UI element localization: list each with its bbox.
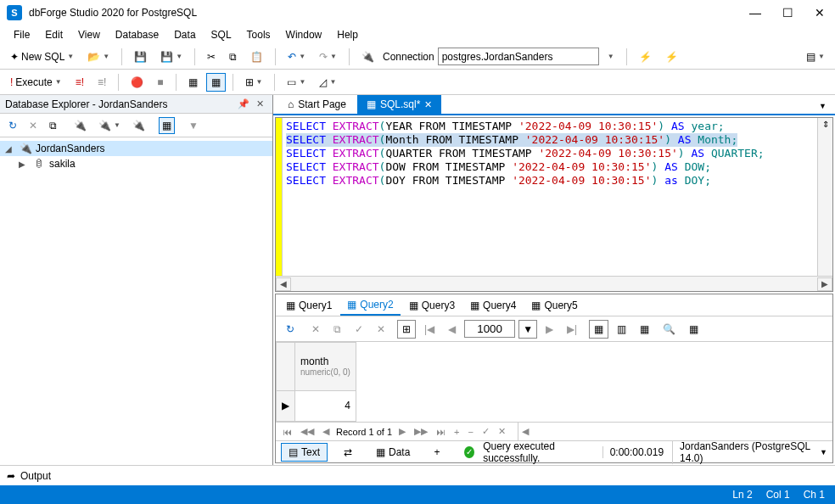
tab-start-page[interactable]: ⌂ Start Page xyxy=(278,95,356,114)
open-button[interactable]: 📂▼ xyxy=(82,48,115,66)
plug2-button[interactable]: 🔌▼ xyxy=(95,117,124,134)
tabs-dropdown[interactable]: ▼ xyxy=(815,98,830,114)
save-all-button[interactable]: 💾▼ xyxy=(155,48,188,66)
refresh-button[interactable]: ↻ xyxy=(5,117,20,134)
menu-help[interactable]: Help xyxy=(330,27,365,42)
nav-last[interactable]: ⏭ xyxy=(434,427,447,437)
nav-next[interactable]: ▶ xyxy=(397,426,407,437)
col-header[interactable]: month numeric(0, 0) xyxy=(295,343,356,391)
code-editor[interactable]: SELECT EXTRACT(YEAR FROM TIMESTAMP '2022… xyxy=(283,118,817,276)
delete-button[interactable]: ✕ xyxy=(25,117,41,134)
swap-button[interactable]: ⇄ xyxy=(336,443,360,462)
connection-icon[interactable]: 🔌 xyxy=(356,48,379,66)
grid-copy[interactable]: ⧉ xyxy=(328,320,346,339)
exec-opt1[interactable]: ≡! xyxy=(70,73,89,92)
tree-connection[interactable]: ◢ 🔌 JordanSanders xyxy=(0,141,272,156)
tree-database[interactable]: ▶ 🛢 sakila xyxy=(0,156,272,171)
stop-button[interactable]: ■ xyxy=(152,73,168,92)
close-button[interactable]: ✕ xyxy=(811,6,828,20)
menu-window[interactable]: Window xyxy=(279,27,329,42)
nav-prev[interactable]: ◀ xyxy=(321,426,331,437)
redo-button[interactable]: ↷▼ xyxy=(314,48,342,66)
connection-dropdown[interactable]: ▼ xyxy=(602,49,619,64)
data-tab[interactable]: ▦Data xyxy=(368,443,418,462)
execute-button[interactable]: ! Execute ▼ xyxy=(5,73,67,92)
connection-input[interactable] xyxy=(438,48,599,65)
page-size-input[interactable] xyxy=(464,320,515,338)
export-button[interactable]: ▦ xyxy=(684,320,703,339)
query-tab-5[interactable]: ▦Query5 xyxy=(524,296,584,315)
menu-file[interactable]: File xyxy=(7,27,36,42)
new-sql-button[interactable]: ✦ New SQL ▼ xyxy=(5,48,79,66)
text-tab[interactable]: ▤Text xyxy=(281,443,328,462)
page-first[interactable]: |◀ xyxy=(419,320,440,339)
layout-button[interactable]: ▤▼ xyxy=(801,48,830,66)
mode1-button[interactable]: ▦ xyxy=(183,73,203,92)
grid-commit[interactable]: ✓ xyxy=(350,320,368,339)
editor-area[interactable]: SELECT EXTRACT(YEAR FROM TIMESTAMP '2022… xyxy=(276,118,832,276)
query-tab-3[interactable]: ▦Query3 xyxy=(402,296,462,315)
view-card[interactable]: ▥ xyxy=(612,320,631,339)
view-mode-button[interactable]: ▦ xyxy=(159,117,175,134)
cell-value[interactable]: 4 xyxy=(295,390,356,421)
pin-icon[interactable]: 📌 xyxy=(234,98,253,109)
paste-button[interactable]: 📋 xyxy=(245,48,268,66)
undo-button[interactable]: ↶▼ xyxy=(283,48,311,66)
page-prev[interactable]: ◀ xyxy=(443,320,461,339)
status-dropdown[interactable]: ▼ xyxy=(820,448,827,456)
paging-button[interactable]: ⊞ xyxy=(397,320,416,339)
add-tab[interactable]: + xyxy=(426,443,447,462)
query-tab-4[interactable]: ▦Query4 xyxy=(463,296,523,315)
unplug-icon[interactable]: ⚡ xyxy=(660,48,683,66)
view-grid[interactable]: ▦ xyxy=(589,320,608,339)
explorer-tree[interactable]: ◢ 🔌 JordanSanders ▶ 🛢 sakila xyxy=(0,137,272,465)
editor-hscroll[interactable]: ◀▶ xyxy=(276,276,832,291)
table-row[interactable]: ▶ 4 xyxy=(277,390,356,421)
menu-sql[interactable]: SQL xyxy=(205,27,238,42)
cut-button[interactable]: ✂ xyxy=(202,48,221,66)
filter-button[interactable]: ▼ xyxy=(185,117,202,134)
menu-data[interactable]: Data xyxy=(167,27,202,42)
success-icon: ✓ xyxy=(464,446,474,458)
output-icon[interactable]: ➦ xyxy=(7,470,15,482)
output-label[interactable]: Output xyxy=(20,470,51,482)
debug-button[interactable]: 🔴 xyxy=(126,73,149,92)
nav-next-page[interactable]: ▶▶ xyxy=(412,426,429,437)
grid-rollback[interactable]: ✕ xyxy=(372,320,390,339)
close-panel-icon[interactable]: ✕ xyxy=(253,98,267,109)
tools2-button[interactable]: ▭▼ xyxy=(282,73,311,92)
save-button[interactable]: 💾 xyxy=(129,48,152,66)
menu-edit[interactable]: Edit xyxy=(38,27,70,42)
exec-opt2[interactable]: ≡! xyxy=(92,73,111,92)
mode2-button[interactable]: ▦ xyxy=(206,73,226,92)
tab-close-icon[interactable]: ✕ xyxy=(424,99,432,110)
menu-database[interactable]: Database xyxy=(109,27,165,42)
tools3-button[interactable]: ◿▼ xyxy=(314,73,341,92)
page-last[interactable]: ▶| xyxy=(562,320,582,339)
result-grid[interactable]: month numeric(0, 0) ▶ 4 xyxy=(276,342,356,422)
grid-delete[interactable]: ✕ xyxy=(306,320,325,339)
search-button[interactable]: 🔍 xyxy=(658,320,681,339)
minimize-button[interactable]: — xyxy=(747,6,764,20)
tools1-button[interactable]: ⊞▼ xyxy=(240,73,268,92)
menu-bar: FileEditViewDatabaseDataSQLToolsWindowHe… xyxy=(0,25,835,44)
query-tab-2[interactable]: ▦Query2 xyxy=(340,295,400,316)
explorer-toolbar: ↻ ✕ ⧉ 🔌 🔌▼ 🔌 ▦ ▼ xyxy=(0,114,272,137)
menu-view[interactable]: View xyxy=(71,27,107,42)
tab-sql-file[interactable]: ▦ SQL.sql* ✕ xyxy=(357,95,441,114)
grid-refresh[interactable]: ↻ xyxy=(281,320,300,339)
plug1-button[interactable]: 🔌 xyxy=(70,117,90,134)
nav-prev-page[interactable]: ◀◀ xyxy=(299,426,316,437)
maximize-button[interactable]: ☐ xyxy=(779,6,796,20)
plug-icon[interactable]: ⚡ xyxy=(634,48,657,66)
nav-first[interactable]: ⏮ xyxy=(281,427,294,437)
copy-button[interactable]: ⧉ xyxy=(224,48,242,66)
menu-tools[interactable]: Tools xyxy=(240,27,277,42)
editor-scrollbar[interactable]: ⇕ xyxy=(817,118,832,276)
page-next[interactable]: ▶ xyxy=(541,320,558,339)
grid-area[interactable]: month numeric(0, 0) ▶ 4 xyxy=(276,342,832,422)
plug3-button[interactable]: 🔌 xyxy=(129,117,149,134)
view-pivot[interactable]: ▦ xyxy=(635,320,654,339)
clone-button[interactable]: ⧉ xyxy=(46,117,60,134)
query-tab-1[interactable]: ▦Query1 xyxy=(279,296,339,315)
